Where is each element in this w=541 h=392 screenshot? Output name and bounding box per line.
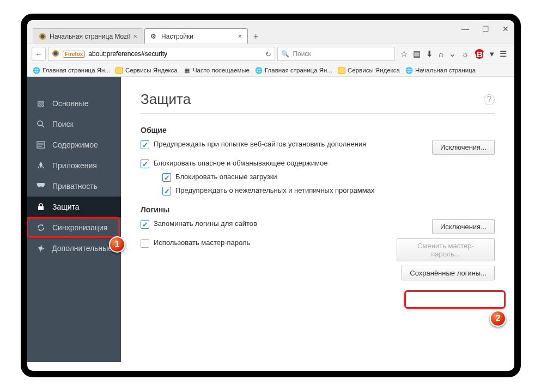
checkbox-warn-unwanted[interactable]: ✓ bbox=[162, 187, 171, 195]
exceptions-button[interactable]: Исключения... bbox=[432, 140, 495, 155]
search-placeholder: Поиск bbox=[293, 50, 311, 58]
checkbox-block-downloads[interactable]: ✓ bbox=[162, 173, 171, 182]
rocket-icon bbox=[36, 161, 46, 170]
content-area: ▧ Основные Поиск Содержимое Приложения bbox=[27, 77, 514, 362]
sidebar-item-sync[interactable]: Синхронизация bbox=[27, 217, 121, 238]
bookmarks-bar: 🌐 Главная страница Ян... Сервисы Яндекса… bbox=[27, 64, 514, 77]
sidebar-item-label: Дополнительные bbox=[52, 244, 112, 253]
bookmark-label: Сервисы Яндекса bbox=[348, 67, 400, 74]
dropdown-icon[interactable]: ▾ bbox=[490, 49, 494, 59]
svg-rect-10 bbox=[38, 206, 44, 210]
bookmark-item[interactable]: ▦ Часто посещаемые bbox=[183, 66, 250, 74]
bookmark-item[interactable]: Сервисы Яндекса bbox=[338, 67, 400, 74]
firefox-icon bbox=[52, 50, 59, 59]
bookmark-icon[interactable]: ☆ bbox=[400, 49, 408, 59]
menu-icon[interactable]: ☰ bbox=[500, 49, 507, 59]
close-tab-icon[interactable]: × bbox=[238, 32, 242, 40]
folder-icon bbox=[116, 68, 123, 74]
tab-settings[interactable]: ⚙ Настройки × bbox=[144, 28, 248, 44]
url-input[interactable] bbox=[88, 50, 262, 58]
option-label: Блокировать опасное и обманывающее содер… bbox=[154, 159, 327, 167]
gear-icon: ⚙ bbox=[150, 33, 158, 40]
annotation-badge-2: 2 bbox=[490, 310, 506, 327]
bookmark-item[interactable]: 🌐 Главная страница Ян... bbox=[33, 66, 110, 74]
checkbox-master-password[interactable]: ✓ bbox=[141, 239, 149, 248]
address-bar[interactable]: Firefox ↻ bbox=[48, 47, 275, 61]
option-label: Предупреждать при попытке веб-сайтов уст… bbox=[154, 140, 366, 148]
exceptions-logins-button[interactable]: Исключения... bbox=[432, 219, 495, 234]
sidebar-item-security[interactable]: Защита bbox=[27, 197, 121, 217]
tab-home[interactable]: Начальная страница Mozil × bbox=[33, 28, 143, 44]
folder-icon bbox=[338, 68, 345, 74]
reload-icon[interactable]: ↻ bbox=[265, 50, 271, 58]
sidebar-item-general[interactable]: ▧ Основные bbox=[27, 93, 121, 114]
bookmark-label: Начальная страница bbox=[415, 67, 476, 74]
new-tab-button[interactable]: + bbox=[249, 29, 263, 44]
tab-label: Настройки bbox=[161, 33, 193, 40]
svg-point-1 bbox=[41, 34, 45, 38]
bookmark-item[interactable]: 🌐 Главная страница Ян... bbox=[255, 66, 332, 74]
content-icon bbox=[36, 140, 46, 150]
sidebar-item-label: Основные bbox=[52, 99, 88, 108]
sidebar-item-apps[interactable]: Приложения bbox=[27, 155, 121, 176]
bookmark-item[interactable]: Сервисы Яндекса bbox=[116, 67, 178, 74]
search-box[interactable]: 🔍 Поиск bbox=[277, 47, 395, 61]
toolbar-icons: ☆ ▤ ⬇ ⌂ ⌄ ☼ ABP ▾ ☰ bbox=[397, 49, 510, 59]
globe-icon: 🌐 bbox=[33, 66, 40, 74]
lock-icon bbox=[36, 202, 46, 212]
back-button[interactable]: ← bbox=[32, 47, 46, 61]
sync-icon bbox=[36, 223, 46, 232]
saved-logins-button[interactable]: Сохранённые логины... bbox=[402, 266, 495, 280]
bookmark-label: Главная страница Ян... bbox=[42, 67, 110, 74]
sidebar-item-label: Синхронизация bbox=[52, 223, 107, 232]
option-label: Использовать мастер-пароль bbox=[154, 238, 250, 247]
sidebar-item-label: Защита bbox=[52, 203, 80, 211]
close-button[interactable]: ✕ bbox=[502, 24, 509, 33]
sidebar-item-label: Содержимое bbox=[52, 140, 98, 149]
sidebar-item-privacy[interactable]: Приватность bbox=[27, 176, 121, 197]
abp-icon[interactable]: ABP bbox=[475, 49, 484, 59]
tab-label: Начальная страница Mozil bbox=[50, 33, 130, 40]
bookmark-item[interactable]: 🌐 Начальная страница bbox=[405, 66, 476, 74]
pocket-icon[interactable]: ⌄ bbox=[449, 49, 456, 59]
home-icon[interactable]: ⌂ bbox=[439, 50, 443, 59]
sidebar-item-content[interactable]: Содержимое bbox=[27, 134, 121, 155]
search-icon bbox=[36, 119, 46, 129]
svg-line-5 bbox=[42, 125, 44, 127]
svg-point-3 bbox=[54, 51, 58, 55]
sun-icon[interactable]: ☼ bbox=[461, 50, 469, 59]
download-icon[interactable]: ⬇ bbox=[426, 49, 433, 59]
general-icon: ▧ bbox=[36, 99, 46, 108]
option-label: Предупреждать о нежелательных и нетипичн… bbox=[175, 186, 374, 194]
checkbox-warn-install[interactable]: ✓ bbox=[141, 140, 149, 149]
globe-icon: 🌐 bbox=[255, 66, 263, 74]
maximize-button[interactable]: ☐ bbox=[482, 24, 489, 33]
option-label: Запоминать логины для сайтов bbox=[154, 219, 257, 228]
firefox-icon bbox=[39, 33, 46, 40]
settings-main: Защита ? Общие ✓ Предупреждать при попыт… bbox=[121, 77, 514, 362]
reader-icon[interactable]: ▤ bbox=[413, 49, 421, 59]
section-general-title: Общие bbox=[141, 126, 495, 134]
search-icon: 🔍 bbox=[281, 50, 289, 58]
minimize-button[interactable]: — bbox=[461, 24, 469, 33]
checkbox-remember-logins[interactable]: ✓ bbox=[141, 220, 149, 229]
window-controls: — ☐ ✕ bbox=[461, 24, 509, 33]
option-label: Блокировать опасные загрузки bbox=[175, 173, 277, 181]
sidebar-item-label: Приложения bbox=[52, 161, 97, 170]
section-logins-title: Логины bbox=[141, 205, 495, 214]
bookmark-label: Главная страница Ян... bbox=[265, 67, 332, 74]
close-tab-icon[interactable]: × bbox=[133, 32, 137, 40]
sidebar-item-label: Поиск bbox=[52, 120, 74, 128]
checkbox-block-dangerous[interactable]: ✓ bbox=[141, 160, 149, 168]
annotation-badge-1: 1 bbox=[109, 236, 125, 253]
sidebar-item-search[interactable]: Поиск bbox=[27, 114, 121, 134]
mask-icon bbox=[36, 181, 46, 191]
tab-bar: Начальная страница Mozil × ⚙ Настройки ×… bbox=[27, 20, 514, 44]
help-icon[interactable]: ? bbox=[484, 94, 495, 105]
firefox-badge: Firefox bbox=[63, 51, 85, 58]
preferences-sidebar: ▧ Основные Поиск Содержимое Приложения bbox=[27, 77, 121, 362]
advanced-icon bbox=[36, 243, 45, 253]
change-master-password-button: Сменить мастер-пароль... bbox=[397, 238, 495, 261]
sidebar-item-label: Приватность bbox=[52, 182, 98, 191]
sidebar-item-advanced[interactable]: Дополнительные bbox=[27, 238, 121, 259]
